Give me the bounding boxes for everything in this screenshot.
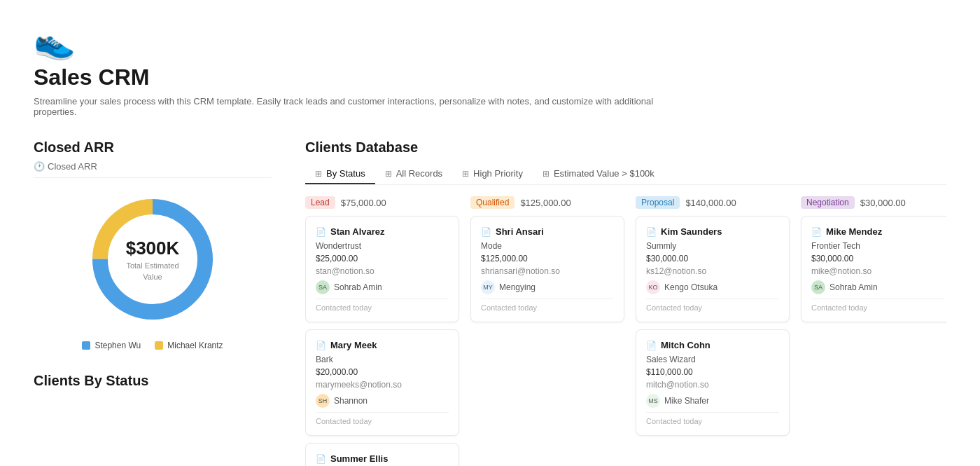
card-contacted-mary: Contacted today [316,412,449,425]
legend-dot-stephen [82,341,90,350]
doc-icon-mike: 📄 [811,227,822,237]
donut-chart-container: $300K Total Estimated Value Stephen Wu M… [34,189,272,350]
doc-icon-stan: 📄 [316,227,326,237]
card-value-mitch: $110,000.00 [646,367,779,377]
left-panel: Closed ARR 🕐 Closed ARR [34,139,272,395]
card-company-mike: Frontier Tech [811,241,944,251]
card-email-shri: shriansari@notion.so [481,266,614,276]
card-assignee-mike: SA Sohrab Amin [811,280,944,294]
card-mike-mendez[interactable]: 📄 Mike Mendez Frontier Tech $30,000.00 m… [801,216,946,322]
card-name-mary: 📄 Mary Meek [316,340,449,350]
card-value-stan: $25,000.00 [316,254,449,263]
page-title: Sales CRM [34,64,946,90]
card-stan-alvarez[interactable]: 📄 Stan Alvarez Wondertrust $25,000.00 st… [305,216,459,322]
card-contacted-mitch: Contacted today [646,412,779,425]
clock-icon: 🕐 [34,161,45,172]
card-value-shri: $125,000.00 [481,254,614,263]
column-amount-lead: $75,000.00 [341,198,386,208]
legend-label-stephen: Stephen Wu [94,341,141,350]
doc-icon-kim: 📄 [646,227,657,237]
card-email-mike: mike@notion.so [811,266,944,276]
card-value-kim: $30,000.00 [646,254,779,263]
card-assignee-stan: SA Sohrab Amin [316,280,449,294]
logo-icon: 👟 [34,22,946,62]
column-header-proposal: Proposal $140,000.00 [636,196,790,209]
clients-by-status-title: Clients By Status [34,373,272,389]
tab-estimated-value[interactable]: ⊞ Estimated Value > $100k [533,164,664,184]
card-company-shri: Mode [481,241,614,251]
status-badge-proposal: Proposal [636,196,680,209]
card-mitch-cohn[interactable]: 📄 Mitch Cohn Sales Wizard $110,000.00 mi… [636,329,790,436]
donut-chart: $300K Total Estimated Value [83,189,223,329]
status-badge-negotiation: Negotiation [801,196,855,209]
card-kim-saunders[interactable]: 📄 Kim Saunders Summly $30,000.00 ks12@no… [636,216,790,322]
card-name-mitch: 📄 Mitch Cohn [646,340,779,350]
donut-legend: Stephen Wu Michael Krantz [82,341,223,350]
tab-icon-by-status: ⊞ [315,169,322,179]
tab-all-records[interactable]: ⊞ All Records [375,164,452,184]
card-contacted-kim: Contacted today [646,299,779,312]
card-value-mike: $30,000.00 [811,254,944,263]
card-name-stan: 📄 Stan Alvarez [316,226,449,237]
card-contacted-shri: Contacted today [481,299,614,312]
avatar-mary: SH [316,394,330,408]
card-company-mary: Bark [316,355,449,364]
card-email-mitch: mitch@notion.so [646,380,779,390]
closed-arr-subtitle: 🕐 Closed ARR [34,161,272,178]
status-badge-lead: Lead [305,196,335,209]
card-name-kim: 📄 Kim Saunders [646,226,779,237]
column-amount-proposal: $140,000.00 [685,198,736,208]
column-lead: Lead $75,000.00 📄 Stan Alvarez Wondertru… [305,196,459,466]
card-email-kim: ks12@notion.so [646,266,779,276]
avatar-mitch: MS [646,394,660,408]
closed-arr-title: Closed ARR [34,139,272,156]
tab-label-estimated-value: Estimated Value > $100k [554,168,654,179]
card-company-kim: Summly [646,241,779,251]
tab-label-all-records: All Records [396,168,442,179]
legend-dot-michael [155,341,163,350]
avatar-stan: SA [316,280,330,294]
clients-database-title: Clients Database [305,139,946,156]
kanban-board: Lead $75,000.00 📄 Stan Alvarez Wondertru… [305,196,946,466]
donut-label: $300K Total Estimated Value [118,238,188,282]
card-company-stan: Wondertrust [316,241,449,251]
card-assignee-kim: KO Kengo Otsuka [646,280,779,294]
card-email-mary: marymeeks@notion.so [316,380,449,390]
legend-label-michael: Michael Krantz [167,341,223,350]
column-header-qualified: Qualified $125,000.00 [470,196,624,209]
donut-sublabel: Total Estimated Value [126,261,178,281]
doc-icon-mary: 📄 [316,341,326,350]
card-assignee-shri: MY Mengying [481,280,614,294]
donut-amount: $300K [118,238,188,259]
card-mary-meek[interactable]: 📄 Mary Meek Bark $20,000.00 marymeeks@no… [305,329,459,436]
column-header-lead: Lead $75,000.00 [305,196,459,209]
card-assignee-mitch: MS Mike Shafer [646,394,779,408]
tab-icon-all-records: ⊞ [385,169,392,179]
column-qualified: Qualified $125,000.00 📄 Shri Ansari Mode… [470,196,624,466]
card-shri-ansari[interactable]: 📄 Shri Ansari Mode $125,000.00 shriansar… [470,216,624,322]
tab-by-status[interactable]: ⊞ By Status [305,164,375,184]
page-description: Streamline your sales process with this … [34,96,664,117]
legend-item-stephen: Stephen Wu [82,341,141,350]
legend-item-michael: Michael Krantz [155,341,223,350]
logo-container: 👟 [34,22,946,62]
card-name-shri: 📄 Shri Ansari [481,226,614,237]
column-negotiation: Negotiation $30,000.00 📄 Mike Mendez Fro… [801,196,946,466]
card-name-mike: 📄 Mike Mendez [811,226,944,237]
tab-high-priority[interactable]: ⊞ High Priority [452,164,533,184]
card-contacted-mike: Contacted today [811,299,944,312]
tab-icon-estimated-value: ⊞ [542,169,550,179]
column-amount-qualified: $125,000.00 [520,198,570,208]
card-email-stan: stan@notion.so [316,266,449,276]
clients-by-status-section: Clients By Status [34,373,272,389]
card-contacted-stan: Contacted today [316,299,449,312]
status-badge-qualified: Qualified [470,196,514,209]
column-amount-negotiation: $30,000.00 [860,198,906,208]
column-header-negotiation: Negotiation $30,000.00 [801,196,946,209]
tab-label-by-status: By Status [326,168,365,179]
doc-icon-mitch: 📄 [646,341,657,350]
doc-icon-shri: 📄 [481,227,491,237]
card-value-mary: $20,000.00 [316,367,449,377]
card-summer-ellis[interactable]: 📄 Summer Ellis Boardly [305,443,459,466]
tab-label-high-priority: High Priority [473,168,523,179]
